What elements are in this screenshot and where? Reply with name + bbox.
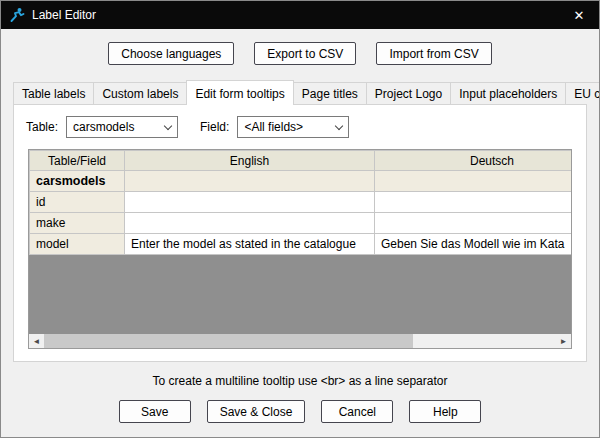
window-title: Label Editor (32, 8, 96, 22)
horizontal-scrollbar[interactable]: ◄ ► (29, 334, 571, 348)
tab-strip: Table labels Custom labels Edit form too… (1, 80, 599, 104)
cancel-button[interactable]: Cancel (321, 400, 393, 423)
table-row[interactable]: carsmodels (30, 171, 573, 192)
table-label: Table: (26, 120, 58, 134)
chevron-down-icon (330, 117, 348, 137)
cell-field[interactable]: model (30, 234, 125, 255)
cell-field[interactable]: make (30, 213, 125, 234)
choose-languages-button[interactable]: Choose languages (108, 42, 234, 65)
scrollbar-thumb[interactable] (44, 334, 413, 348)
tooltips-table: Table/Field English Deutsch carsmodels i… (29, 150, 572, 255)
table-select-value: carsmodels (73, 120, 159, 134)
footer-buttons: Save Save & Close Cancel Help (1, 400, 599, 423)
tab-eu-cookie-banner[interactable]: EU cookie banner (565, 82, 600, 104)
label-editor-dialog: Label Editor ✕ Choose languages Export t… (0, 0, 600, 438)
cell-deutsch[interactable] (375, 213, 573, 234)
help-button[interactable]: Help (409, 400, 481, 423)
edit-form-tooltips-panel: Table: carsmodels Field: <All fields> Ta… (13, 104, 587, 362)
scroll-left-icon[interactable]: ◄ (29, 334, 44, 348)
filter-row: Table: carsmodels Field: <All fields> (14, 105, 586, 138)
tab-project-logo[interactable]: Project Logo (366, 82, 451, 104)
column-header-english: English (125, 151, 375, 171)
chevron-down-icon (159, 117, 177, 137)
grid-header-row: Table/Field English Deutsch (30, 151, 573, 171)
toolbar: Choose languages Export to CSV Import fr… (1, 42, 599, 65)
tab-table-labels[interactable]: Table labels (13, 82, 94, 104)
table-row[interactable]: make (30, 213, 573, 234)
cell-deutsch[interactable] (375, 171, 573, 192)
column-header-table-field: Table/Field (30, 151, 125, 171)
table-select[interactable]: carsmodels (66, 116, 178, 138)
save-and-close-button[interactable]: Save & Close (207, 400, 306, 423)
tab-input-placeholders[interactable]: Input placeholders (450, 82, 566, 104)
cell-english[interactable] (125, 171, 375, 192)
tooltips-grid: Table/Field English Deutsch carsmodels i… (28, 149, 572, 349)
column-header-deutsch: Deutsch (375, 151, 573, 171)
titlebar: Label Editor ✕ (1, 1, 599, 29)
cell-english[interactable] (125, 192, 375, 213)
tab-custom-labels[interactable]: Custom labels (93, 82, 187, 104)
cell-deutsch[interactable]: Geben Sie das Modell wie im Kata (375, 234, 573, 255)
import-from-csv-button[interactable]: Import from CSV (376, 42, 491, 65)
tab-page-titles[interactable]: Page titles (293, 82, 367, 104)
cell-english[interactable]: Enter the model as stated in the catalog… (125, 234, 375, 255)
table-row[interactable]: model Enter the model as stated in the c… (30, 234, 573, 255)
save-button[interactable]: Save (119, 400, 191, 423)
table-row[interactable]: id (30, 192, 573, 213)
scroll-right-icon[interactable]: ► (556, 334, 571, 348)
multiline-hint-text: To create a multiline tooltip use <br> a… (1, 374, 599, 388)
cell-field[interactable]: carsmodels (30, 171, 125, 192)
cell-deutsch[interactable] (375, 192, 573, 213)
export-to-csv-button[interactable]: Export to CSV (254, 42, 356, 65)
cell-field[interactable]: id (30, 192, 125, 213)
field-select[interactable]: <All fields> (237, 116, 349, 138)
cell-english[interactable] (125, 213, 375, 234)
tab-edit-form-tooltips[interactable]: Edit form tooltips (186, 80, 293, 105)
field-label: Field: (200, 120, 229, 134)
scrollbar-track[interactable] (44, 334, 556, 348)
close-icon[interactable]: ✕ (559, 1, 599, 29)
field-select-value: <All fields> (244, 120, 330, 134)
app-icon (9, 7, 25, 23)
